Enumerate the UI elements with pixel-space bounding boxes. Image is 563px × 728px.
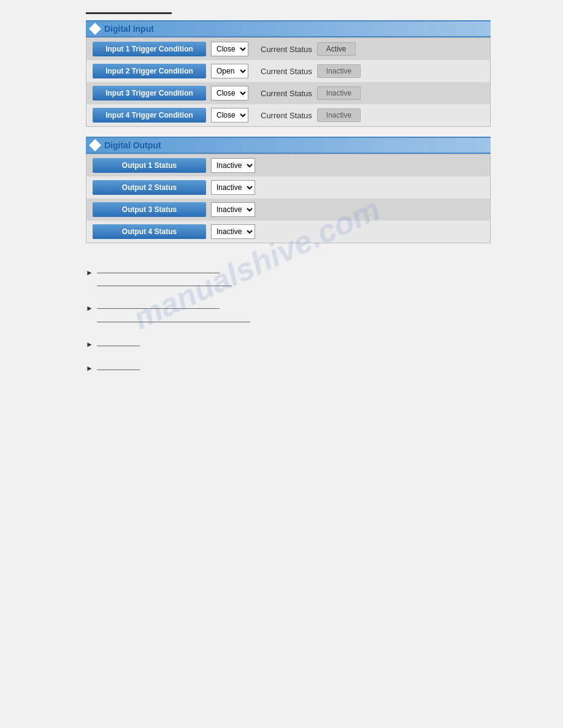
top-divider — [86, 12, 172, 14]
page-wrapper: manualshive.com Digital Input Input 1 Tr… — [0, 0, 563, 728]
input-4-row: Input 4 Trigger Condition Close Open Cur… — [86, 104, 490, 126]
input-4-label: Input 4 Trigger Condition — [93, 108, 206, 123]
output-section-icon — [89, 139, 101, 151]
digital-input-section: Digital Input Input 1 Trigger Condition … — [86, 20, 491, 243]
output-3-row: Output 3 Status Inactive Active — [86, 199, 490, 221]
output-1-select[interactable]: Inactive Active — [211, 158, 255, 173]
output-3-label: Output 3 Status — [93, 202, 206, 217]
input-4-status-label: Current Status — [261, 111, 312, 120]
input-2-status-label: Current Status — [261, 67, 312, 76]
input-2-row: Input 2 Trigger Condition Close Open Cur… — [86, 60, 490, 82]
nav-item-3: ► — [86, 339, 491, 351]
input-2-label: Input 2 Trigger Condition — [93, 64, 206, 78]
nav-link-2[interactable] — [97, 303, 250, 327]
input-3-status-badge: Inactive — [317, 86, 361, 100]
input-4-status-badge: Inactive — [317, 108, 361, 122]
output-4-row: Output 4 Status Inactive Active — [86, 221, 490, 243]
nav-item-4: ► — [86, 363, 491, 375]
input-2-select[interactable]: Close Open — [211, 64, 248, 78]
output-1-row: Output 1 Status Inactive Active — [86, 154, 490, 176]
output-3-select[interactable]: Inactive Active — [211, 202, 255, 217]
digital-input-title: Digital Input — [104, 24, 154, 34]
nav-arrow-3: ► — [86, 340, 93, 349]
input-3-select[interactable]: Close Open — [211, 86, 248, 100]
input-3-row: Input 3 Trigger Condition Close Open Cur… — [86, 82, 490, 104]
input-3-label: Input 3 Trigger Condition — [93, 86, 206, 100]
output-2-select[interactable]: Inactive Active — [211, 180, 255, 195]
input-1-select[interactable]: Close Open — [211, 42, 248, 56]
nav-item-1: ► — [86, 268, 491, 291]
output-2-row: Output 2 Status Inactive Active — [86, 176, 490, 199]
input-4-select[interactable]: Close Open — [211, 108, 248, 123]
digital-input-header: Digital Input — [86, 20, 491, 37]
nav-section: ► ► ► ► — [86, 268, 491, 375]
digital-input-body: Input 1 Trigger Condition Close Open Cur… — [86, 37, 491, 127]
output-4-select[interactable]: Inactive Active — [211, 224, 255, 239]
input-1-row: Input 1 Trigger Condition Close Open Cur… — [86, 38, 490, 60]
nav-arrow-2: ► — [86, 304, 93, 313]
input-3-status-label: Current Status — [261, 89, 312, 98]
nav-item-2: ► — [86, 303, 491, 327]
nav-arrow-4: ► — [86, 364, 93, 373]
output-4-label: Output 4 Status — [93, 224, 206, 239]
input-1-status-label: Current Status — [261, 45, 312, 54]
input-2-status-badge: Inactive — [317, 64, 361, 78]
nav-link-3[interactable] — [97, 339, 140, 351]
digital-output-body: Output 1 Status Inactive Active Output 2… — [86, 154, 491, 243]
nav-link-4[interactable] — [97, 363, 140, 375]
input-1-label: Input 1 Trigger Condition — [93, 42, 206, 56]
output-2-label: Output 2 Status — [93, 180, 206, 195]
nav-arrow-1: ► — [86, 268, 93, 277]
digital-output-header: Digital Output — [86, 137, 491, 154]
nav-link-1[interactable] — [97, 268, 232, 291]
digital-output-title: Digital Output — [104, 140, 161, 150]
input-1-status-badge: Active — [317, 42, 356, 56]
output-1-label: Output 1 Status — [93, 158, 206, 173]
section-icon — [89, 23, 101, 35]
